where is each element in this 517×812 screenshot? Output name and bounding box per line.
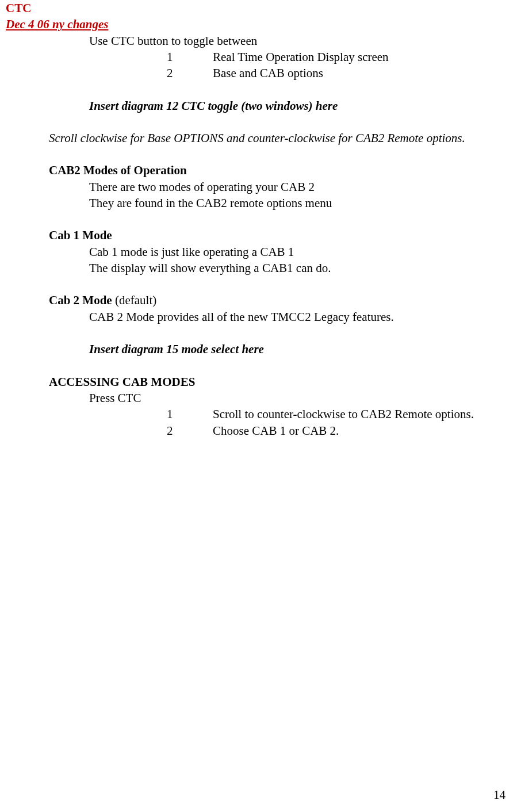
- heading-rest-part: (default): [112, 293, 157, 307]
- list-item: 1 Real Time Operation Display screen: [167, 49, 511, 65]
- item-number: 2: [167, 65, 213, 81]
- item-text: Real Time Operation Display screen: [213, 49, 511, 65]
- body-text: CAB 2 Mode provides all of the new TMCC2…: [89, 309, 511, 325]
- body-text: There are two modes of operating your CA…: [89, 179, 511, 195]
- body-text: They are found in the CAB2 remote option…: [89, 195, 511, 211]
- body-text: Cab 1 mode is just like operating a CAB …: [89, 244, 511, 260]
- item-number: 1: [167, 49, 213, 65]
- body-text: The display will show everything a CAB1 …: [89, 260, 511, 276]
- section-heading: Cab 1 Mode: [49, 227, 511, 243]
- item-text: Scroll to counter-clockwise to CAB2 Remo…: [213, 406, 511, 422]
- section1-intro: Use CTC button to toggle between: [89, 33, 511, 49]
- page-number: 14: [493, 787, 505, 803]
- section-heading: ACCESSING CAB MODES: [49, 374, 511, 390]
- doc-title: CTC: [6, 0, 511, 16]
- section-heading: Cab 2 Mode (default): [49, 292, 511, 308]
- doc-subtitle: Dec 4 06 ny changes: [6, 16, 511, 32]
- item-number: 2: [167, 423, 213, 439]
- item-number: 1: [167, 406, 213, 422]
- section-heading: CAB2 Modes of Operation: [49, 162, 511, 178]
- diagram-note: Insert diagram 15 mode select here: [89, 341, 511, 357]
- heading-bold-part: Cab 2 Mode: [49, 293, 112, 307]
- list-item: 1 Scroll to counter-clockwise to CAB2 Re…: [167, 406, 511, 422]
- list-item: 2 Base and CAB options: [167, 65, 511, 81]
- scroll-note: Scroll clockwise for Base OPTIONS and co…: [49, 130, 511, 146]
- list-item: 2 Choose CAB 1 or CAB 2.: [167, 423, 511, 439]
- diagram-note: Insert diagram 12 CTC toggle (two window…: [89, 98, 511, 114]
- item-text: Base and CAB options: [213, 65, 511, 81]
- body-text: Press CTC: [89, 390, 511, 406]
- item-text: Choose CAB 1 or CAB 2.: [213, 423, 511, 439]
